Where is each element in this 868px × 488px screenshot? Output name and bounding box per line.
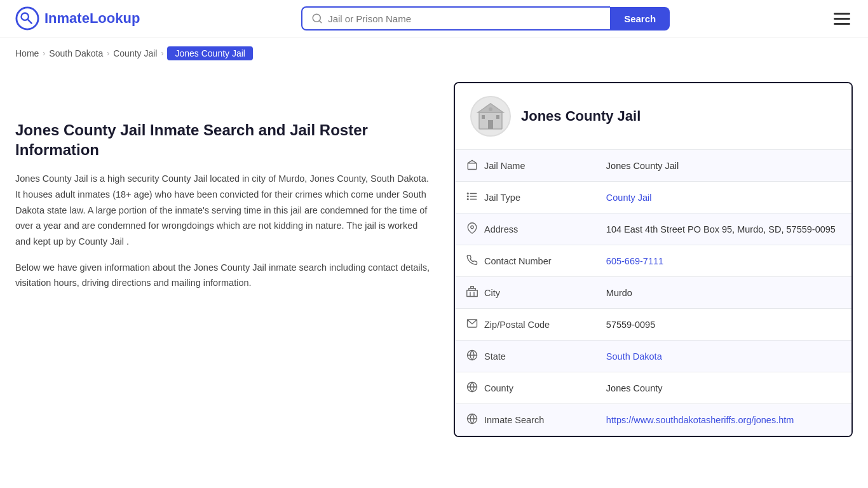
svg-rect-9: [496, 115, 499, 119]
label-text: Address: [484, 224, 518, 234]
table-value-cell: 104 East 4th Street PO Box 95, Murdo, SD…: [595, 214, 851, 245]
search-button[interactable]: Search: [610, 7, 670, 30]
svg-point-18: [471, 226, 474, 229]
search-bar: Search: [301, 6, 670, 30]
page-description-2: Below we have given information about th…: [15, 260, 435, 291]
svg-point-10: [489, 107, 492, 111]
page-title: Jones County Jail Inmate Search and Jail…: [15, 120, 435, 159]
jail-icon: [466, 159, 478, 172]
table-value-cell[interactable]: South Dakota: [595, 341, 851, 372]
hamburger-line-3: [834, 23, 850, 25]
breadcrumb-type[interactable]: County Jail: [113, 48, 157, 58]
info-table: Jail NameJones County JailJail TypeCount…: [455, 150, 851, 436]
value-link[interactable]: https://www.southdakotasheriffs.org/jone…: [606, 415, 794, 425]
table-label-cell: State: [455, 341, 595, 372]
hamburger-line-2: [834, 18, 850, 20]
label-text: County: [484, 383, 513, 393]
main-content: Jones County Jail Inmate Search and Jail…: [0, 69, 868, 463]
table-value-cell[interactable]: 605-669-7111: [595, 245, 851, 277]
info-card: Jones County Jail Jail NameJones County …: [454, 82, 853, 437]
svg-rect-21: [471, 287, 474, 288]
logo-link[interactable]: InmateLookup: [15, 6, 140, 30]
table-label-cell: City: [455, 277, 595, 309]
header: InmateLookup Search: [0, 0, 868, 37]
label-text: City: [484, 288, 500, 298]
logo-icon: [15, 6, 39, 30]
table-row: Jail TypeCounty Jail: [455, 182, 851, 214]
svg-line-4: [320, 20, 322, 22]
label-text: Inmate Search: [484, 415, 544, 425]
svg-point-15: [467, 193, 468, 194]
table-value-cell[interactable]: https://www.southdakotasheriffs.org/jone…: [595, 404, 851, 436]
label-wrapper: Jail Type: [466, 191, 583, 204]
table-value-cell: 57559-0095: [595, 309, 851, 341]
table-label-cell: Jail Type: [455, 182, 595, 214]
table-row: Inmate Searchhttps://www.southdakotasher…: [455, 404, 851, 436]
mail-icon: [466, 318, 478, 331]
logo-text-part2: Lookup: [90, 10, 140, 26]
hamburger-line-1: [834, 13, 850, 15]
svg-rect-7: [488, 120, 493, 129]
label-text: State: [484, 351, 506, 362]
value-link[interactable]: County Jail: [606, 193, 652, 203]
table-row: Address104 East 4th Street PO Box 95, Mu…: [455, 214, 851, 245]
search-globe-icon: [466, 413, 478, 426]
card-header: Jones County Jail: [455, 83, 851, 150]
jail-avatar: [470, 96, 511, 137]
table-row: Zip/Postal Code57559-0095: [455, 309, 851, 341]
breadcrumb: Home › South Dakota › County Jail › Jone…: [0, 37, 868, 69]
svg-rect-11: [468, 163, 477, 170]
value-link[interactable]: 605-669-7111: [606, 256, 663, 266]
phone-icon: [466, 254, 478, 268]
table-label-cell: Contact Number: [455, 245, 595, 277]
label-text: Contact Number: [484, 256, 552, 266]
table-row: StateSouth Dakota: [455, 341, 851, 372]
label-wrapper: Contact Number: [466, 254, 583, 268]
table-label-cell: Jail Name: [455, 150, 595, 182]
label-wrapper: City: [466, 286, 583, 299]
label-wrapper: Address: [466, 222, 583, 236]
svg-point-16: [467, 196, 468, 197]
city-icon: [466, 286, 478, 299]
label-wrapper: Inmate Search: [466, 413, 583, 426]
pin-icon: [466, 222, 478, 236]
building-icon: [475, 101, 506, 132]
breadcrumb-chevron-3: ›: [161, 49, 163, 58]
table-row: Contact Number605-669-7111: [455, 245, 851, 277]
table-label-cell: Address: [455, 214, 595, 245]
breadcrumb-home[interactable]: Home: [15, 48, 39, 58]
table-label-cell: County: [455, 372, 595, 404]
table-value-cell[interactable]: County Jail: [595, 182, 851, 214]
hamburger-menu[interactable]: [831, 10, 853, 27]
table-row: Jail NameJones County Jail: [455, 150, 851, 182]
svg-rect-19: [467, 290, 478, 297]
right-column: Jones County Jail Jail NameJones County …: [454, 82, 853, 437]
table-label-cell: Inmate Search: [455, 404, 595, 436]
label-wrapper: State: [466, 349, 583, 363]
svg-point-17: [467, 199, 468, 200]
table-value-cell: Jones County Jail: [595, 150, 851, 182]
county-icon: [466, 381, 478, 395]
table-label-cell: Zip/Postal Code: [455, 309, 595, 341]
label-text: Zip/Postal Code: [484, 320, 550, 330]
label-wrapper: County: [466, 381, 583, 395]
table-row: CountyJones County: [455, 372, 851, 404]
list-icon: [466, 191, 478, 204]
svg-rect-8: [482, 115, 485, 119]
search-input[interactable]: [328, 13, 601, 24]
left-column: Jones County Jail Inmate Search and Jail…: [15, 82, 435, 437]
table-value-cell: Murdo: [595, 277, 851, 309]
table-value-cell: Jones County: [595, 372, 851, 404]
label-wrapper: Jail Name: [466, 159, 583, 172]
value-link[interactable]: South Dakota: [606, 351, 662, 362]
breadcrumb-chevron-2: ›: [107, 49, 109, 58]
search-input-wrapper: [301, 6, 610, 30]
card-jail-name: Jones County Jail: [521, 108, 641, 125]
breadcrumb-state[interactable]: South Dakota: [49, 48, 103, 58]
search-icon: [311, 13, 323, 24]
page-description-1: Jones County Jail is a high security Cou…: [15, 171, 435, 249]
label-wrapper: Zip/Postal Code: [466, 318, 583, 331]
breadcrumb-chevron-1: ›: [43, 49, 45, 58]
logo-text-part1: Inmate: [44, 10, 90, 26]
breadcrumb-current: Jones County Jail: [167, 46, 253, 60]
